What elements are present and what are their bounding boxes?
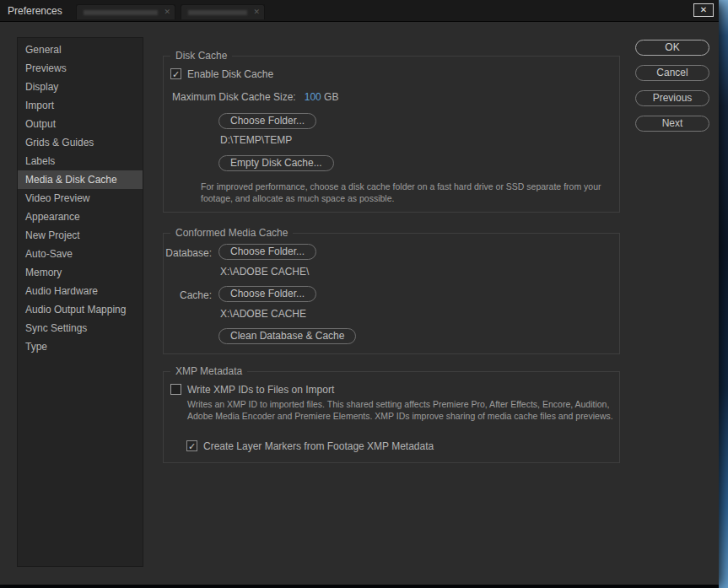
disk-cache-group-title: Disk Cache bbox=[170, 50, 232, 62]
cache-path: X:\ADOBE CACHE bbox=[220, 308, 306, 320]
disk-cache-choose-folder-button[interactable]: Choose Folder... bbox=[218, 113, 316, 129]
clean-database-cache-button[interactable]: Clean Database & Cache bbox=[218, 328, 356, 344]
database-label: Database: bbox=[164, 247, 212, 259]
sidebar-item-type[interactable]: Type bbox=[18, 337, 143, 356]
sidebar-item-new-project[interactable]: New Project bbox=[18, 226, 143, 245]
max-disk-cache-size-unit: GB bbox=[324, 91, 338, 103]
enable-disk-cache-label: Enable Disk Cache bbox=[187, 68, 273, 80]
sidebar-item-audio-output-mapping[interactable]: Audio Output Mapping bbox=[18, 300, 143, 319]
screen: Preferences ✕ General Previews Display I… bbox=[0, 0, 728, 588]
sidebar-item-appearance[interactable]: Appearance bbox=[18, 208, 143, 226]
cache-choose-folder-button[interactable]: Choose Folder... bbox=[218, 286, 316, 302]
preferences-dialog: Preferences ✕ General Previews Display I… bbox=[0, 0, 719, 585]
sidebar-item-import[interactable]: Import bbox=[18, 96, 143, 115]
cancel-button[interactable]: Cancel bbox=[635, 65, 709, 81]
disk-cache-folder-path: D:\TEMP\TEMP bbox=[220, 134, 292, 146]
sidebar-item-media-disk-cache[interactable]: Media & Disk Cache bbox=[18, 170, 143, 189]
dialog-title: Preferences bbox=[8, 5, 62, 17]
max-disk-cache-size-value[interactable]: 100 bbox=[305, 91, 321, 103]
conformed-media-cache-group: Conformed Media Cache Database: Choose F… bbox=[163, 233, 620, 354]
background-tab bbox=[76, 4, 175, 19]
empty-disk-cache-button[interactable]: Empty Disk Cache... bbox=[218, 155, 334, 171]
next-button[interactable]: Next bbox=[635, 116, 709, 132]
cache-label: Cache: bbox=[164, 289, 212, 301]
write-xmp-ids-checkbox[interactable] bbox=[170, 384, 181, 395]
dialog-titlebar: Preferences ✕ bbox=[0, 0, 719, 22]
sidebar-item-grids-guides[interactable]: Grids & Guides bbox=[18, 133, 143, 152]
ok-button[interactable]: OK bbox=[635, 40, 709, 56]
disk-cache-group: Disk Cache ✓ Enable Disk Cache Maximum D… bbox=[163, 56, 620, 213]
sidebar-item-memory[interactable]: Memory bbox=[18, 263, 143, 282]
sidebar-item-output[interactable]: Output bbox=[18, 115, 143, 133]
sidebar-item-audio-hardware[interactable]: Audio Hardware bbox=[18, 282, 143, 300]
sidebar-item-sync-settings[interactable]: Sync Settings bbox=[18, 319, 143, 337]
create-layer-markers-label: Create Layer Markers from Footage XMP Me… bbox=[203, 440, 434, 452]
sidebar-item-auto-save[interactable]: Auto-Save bbox=[18, 245, 143, 263]
sidebar-item-labels[interactable]: Labels bbox=[18, 152, 143, 170]
sidebar-item-video-preview[interactable]: Video Preview bbox=[18, 189, 143, 208]
database-choose-folder-button[interactable]: Choose Folder... bbox=[218, 244, 316, 260]
write-xmp-ids-info-text: Writes an XMP ID to imported files. This… bbox=[187, 398, 613, 422]
xmp-metadata-group: XMP Metadata Write XMP IDs to Files on I… bbox=[163, 371, 620, 463]
create-layer-markers-checkbox[interactable]: ✓ bbox=[186, 440, 197, 451]
background-tab bbox=[181, 4, 265, 19]
background-tab-label-blur bbox=[84, 10, 158, 15]
xmp-metadata-group-title: XMP Metadata bbox=[170, 365, 247, 377]
write-xmp-ids-label: Write XMP IDs to Files on Import bbox=[187, 384, 334, 396]
sidebar-item-display[interactable]: Display bbox=[18, 78, 143, 96]
disk-cache-info-text: For improved performance, choose a disk … bbox=[201, 181, 604, 204]
previous-button[interactable]: Previous bbox=[635, 90, 709, 106]
conformed-media-cache-group-title: Conformed Media Cache bbox=[170, 227, 293, 239]
close-icon[interactable]: ✕ bbox=[693, 3, 714, 17]
max-disk-cache-size-label: Maximum Disk Cache Size: bbox=[172, 91, 296, 103]
sidebar-item-previews[interactable]: Previews bbox=[18, 59, 143, 78]
sidebar-item-general[interactable]: General bbox=[18, 40, 143, 59]
max-disk-cache-size-row: Maximum Disk Cache Size: 100 GB bbox=[172, 91, 338, 103]
database-path: X:\ADOBE CACHE\ bbox=[220, 266, 309, 278]
background-tab-label-blur bbox=[188, 10, 247, 15]
enable-disk-cache-checkbox[interactable]: ✓ bbox=[170, 68, 181, 79]
preferences-sidebar: General Previews Display Import Output G… bbox=[17, 37, 143, 567]
background-photo-strip bbox=[719, 0, 728, 588]
